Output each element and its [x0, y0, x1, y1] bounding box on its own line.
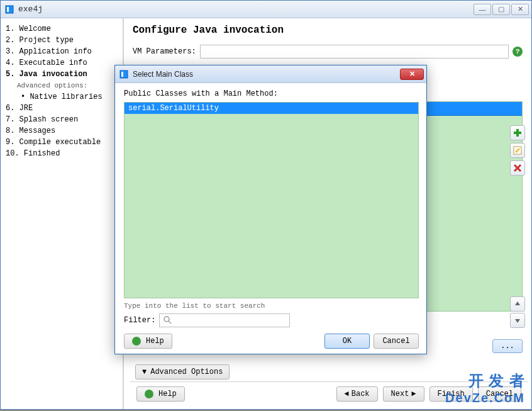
maximize-button[interactable]: ▢	[492, 4, 510, 15]
cancel-button[interactable]: Cancel	[478, 386, 521, 402]
dialog-title: Select Main Class	[133, 70, 193, 79]
class-item[interactable]: serial.SerialUtility	[125, 103, 418, 114]
browse-button[interactable]: ...	[492, 339, 523, 353]
dialog-body: Public Classes with a Main Method: seria…	[115, 83, 426, 354]
dialog-icon	[119, 69, 129, 79]
filter-row: Filter:	[124, 313, 419, 327]
svg-rect-6	[121, 72, 123, 77]
app-icon	[4, 4, 14, 14]
chevron-down-icon: ▼	[142, 368, 147, 376]
search-hint: Type into the list to start search	[124, 302, 419, 310]
wizard-step-4[interactable]: 4. Executable info	[6, 57, 120, 69]
dialog-footer: Help OK Cancel	[124, 327, 419, 349]
wizard-step-2[interactable]: 2. Project type	[6, 35, 120, 46]
minimize-button[interactable]: —	[474, 4, 491, 15]
filter-label: Filter:	[124, 316, 155, 325]
back-button[interactable]: ◄Back	[336, 386, 378, 402]
next-button[interactable]: Next►	[383, 386, 424, 402]
svg-rect-5	[120, 70, 128, 78]
wizard-step-5[interactable]: 5. Java invocation	[6, 69, 120, 80]
window-controls: — ▢ ✕	[474, 4, 529, 15]
move-up-button[interactable]	[510, 296, 525, 312]
dialog-close-button[interactable]: ✕	[400, 69, 424, 80]
list-tool-stack	[510, 125, 525, 176]
wizard-step-9[interactable]: 9. Compile executable	[6, 137, 120, 148]
svg-rect-3	[514, 132, 521, 134]
dialog-titlebar: Select Main Class ✕	[115, 65, 426, 83]
svg-rect-0	[6, 6, 13, 13]
class-list[interactable]: serial.SerialUtility	[124, 102, 419, 298]
finish-button[interactable]: Finish	[429, 386, 473, 402]
page-title: Configure Java invocation	[133, 25, 523, 36]
wizard-step-8[interactable]: 8. Messages	[6, 125, 120, 137]
dialog-help-button[interactable]: Help	[124, 334, 172, 349]
select-main-class-dialog: Select Main Class ✕ Public Classes with …	[114, 65, 427, 354]
close-button[interactable]: ✕	[511, 4, 529, 15]
advanced-options-label: Advanced Options	[150, 368, 223, 376]
help-icon[interactable]: ?	[513, 47, 523, 57]
wizard-step-3[interactable]: 3. Application info	[6, 46, 120, 57]
vm-parameters-input[interactable]	[200, 45, 509, 59]
wizard-sidebar: 1. Welcome2. Project type3. Application …	[1, 18, 123, 409]
wizard-step-1[interactable]: 1. Welcome	[6, 23, 120, 35]
ok-button[interactable]: OK	[324, 334, 370, 349]
wizard-step-7[interactable]: 7. Splash screen	[6, 114, 120, 125]
remove-button[interactable]	[510, 160, 525, 176]
advanced-options-label: Advanced options:	[6, 80, 120, 91]
main-window: exe4j — ▢ ✕ 1. Welcome2. Project type3. …	[0, 0, 532, 410]
class-list-label: Public Classes with a Main Method:	[124, 89, 419, 98]
window-title: exe4j	[18, 4, 43, 14]
help-button[interactable]: Help	[136, 386, 185, 402]
arrow-left-icon: ◄	[345, 390, 349, 398]
filter-input[interactable]	[159, 313, 290, 327]
wizard-step-6[interactable]: 6. JRE	[6, 103, 120, 114]
add-button[interactable]	[510, 125, 525, 140]
dialog-cancel-button[interactable]: Cancel	[374, 334, 419, 349]
vm-parameters-row: VM Parameters: ?	[133, 45, 523, 59]
main-titlebar: exe4j — ▢ ✕	[1, 1, 531, 18]
arrow-right-icon: ►	[411, 390, 416, 398]
wizard-nav-bar: Help ◄Back Next► Finish Cancel	[130, 381, 528, 405]
advanced-options-button[interactable]: ▼ Advanced Options	[135, 364, 230, 380]
sidebar-item-native-libraries[interactable]: Native libraries	[6, 91, 120, 103]
move-down-button[interactable]	[510, 313, 525, 328]
edit-button[interactable]	[510, 143, 525, 158]
vm-parameters-label: VM Parameters:	[133, 47, 196, 56]
wizard-step-10[interactable]: 10. Finished	[6, 148, 120, 159]
svg-rect-1	[7, 7, 9, 12]
reorder-stack	[510, 296, 525, 328]
